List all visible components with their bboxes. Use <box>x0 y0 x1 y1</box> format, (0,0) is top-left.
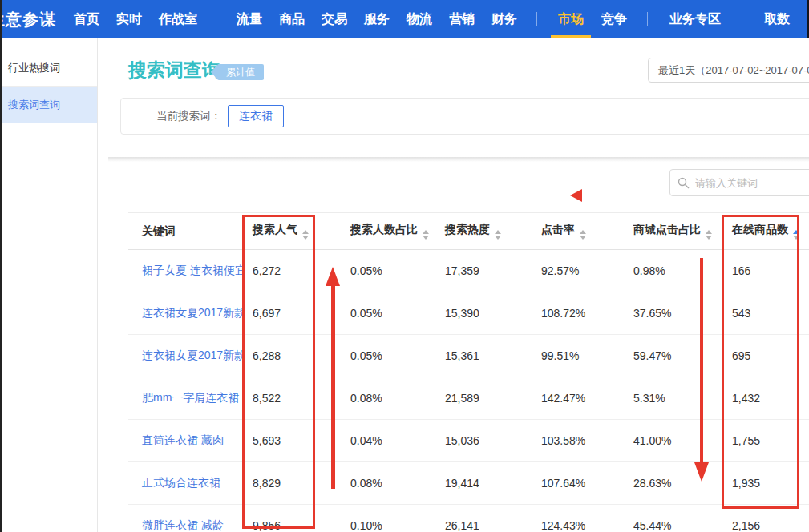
cell-search-heat: 17,359 <box>437 250 533 292</box>
badge-label: 累计值 <box>217 64 264 80</box>
table-row: 直筒连衣裙 藏肉 5,693 0.04% 15,036 103.58% 41.0… <box>128 420 809 462</box>
table-row: 正式场合连衣裙 8,829 0.08% 19,414 107.64% 28.63… <box>128 462 809 505</box>
cell-search-popularity: 9,856 <box>245 505 342 532</box>
cell-mall-click-share: 45.44% <box>625 505 724 532</box>
keyword-link[interactable]: 肥mm一字肩连衣裙 <box>142 391 239 404</box>
cell-searcher-share: 0.10% <box>342 505 437 532</box>
sort-icon-active[interactable] <box>793 230 799 240</box>
nav-item-marketing[interactable]: 营销 <box>449 11 475 28</box>
cell-click-rate: 99.51% <box>533 335 625 377</box>
cell-click-rate: 107.64% <box>533 462 625 505</box>
cell-mall-click-share: 28.63% <box>625 462 724 505</box>
cell-searcher-share: 0.05% <box>342 250 437 292</box>
nav-separator <box>536 12 537 26</box>
cell-click-rate: 103.58% <box>533 420 625 462</box>
cell-mall-click-share: 0.98% <box>625 250 724 292</box>
cell-click-rate: 108.72% <box>533 292 625 335</box>
keyword-link[interactable]: 连衣裙女夏2017新款... <box>142 349 245 361</box>
nav-item-realtime[interactable]: 实时 <box>116 11 142 28</box>
current-search-label: 当前搜索词： <box>156 109 221 123</box>
cell-click-rate: 92.57% <box>533 250 625 292</box>
col-header-online-products[interactable]: 在线商品数 <box>724 213 809 250</box>
top-nav: 生意参谋 首页 实时 作战室 流量 商品 交易 服务 物流 营销 财务 市场 竞… <box>0 0 809 38</box>
table-row: 连衣裙女夏2017新款... 6,288 0.05% 15,361 99.51%… <box>128 335 809 377</box>
nav-item-home[interactable]: 首页 <box>74 11 99 28</box>
nav-item-products[interactable]: 商品 <box>279 11 305 28</box>
cell-search-popularity: 6,272 <box>245 250 342 292</box>
keyword-search-box <box>669 169 809 196</box>
keyword-search-input[interactable] <box>695 177 799 189</box>
nav-separator <box>216 12 216 26</box>
cell-search-popularity: 5,693 <box>245 420 342 462</box>
col-header-search-heat[interactable]: 搜索热度 <box>437 213 533 250</box>
sort-icon[interactable] <box>302 230 309 240</box>
current-search-panel: 当前搜索词： 连衣裙 <box>120 98 809 135</box>
table-row: 肥mm一字肩连衣裙 8,522 0.08% 21,589 142.47% 5.3… <box>128 377 809 420</box>
search-terms-table: 关键词 搜索人气 搜索人数占比 搜索热度 点击率 商城点击占比 在线商品数 裙子… <box>128 212 809 532</box>
col-header-label: 点击率 <box>541 223 575 236</box>
sort-icon[interactable] <box>706 230 712 240</box>
col-header-keyword: 关键词 <box>128 213 245 250</box>
sidebar-item-industry-hot-words[interactable]: 行业热搜词 <box>0 50 97 87</box>
col-header-label: 商城点击占比 <box>633 223 701 236</box>
cell-click-rate: 124.43% <box>533 505 625 532</box>
nav-item-war-room[interactable]: 作战室 <box>159 11 197 28</box>
sort-icon[interactable] <box>580 230 586 240</box>
table-row: 裙子女夏 连衣裙便宜5.. 6,272 0.05% 17,359 92.57% … <box>128 250 809 292</box>
nav-item-service[interactable]: 服务 <box>364 11 390 28</box>
cell-search-heat: 15,361 <box>437 335 533 377</box>
cell-mall-click-share: 59.47% <box>625 335 724 377</box>
window-left-edge <box>0 0 2 532</box>
keyword-link[interactable]: 微胖连衣裙 减龄 <box>142 518 224 531</box>
col-header-search-popularity[interactable]: 搜索人气 <box>245 213 342 250</box>
cell-online-products: 166 <box>724 250 809 292</box>
cell-searcher-share: 0.04% <box>342 420 437 462</box>
nav-item-data-fetch[interactable]: 取数 <box>764 11 790 28</box>
keyword-link[interactable]: 连衣裙女夏2017新款... <box>142 306 245 319</box>
cell-online-products: 1,935 <box>724 462 809 505</box>
cell-online-products: 2,156 <box>724 505 809 532</box>
col-header-label: 在线商品数 <box>732 223 788 236</box>
nav-item-traffic[interactable]: 流量 <box>237 11 262 28</box>
app-logo[interactable]: 生意参谋 <box>0 9 56 30</box>
cell-search-popularity: 6,697 <box>245 292 342 335</box>
cell-mall-click-share: 41.00% <box>625 420 724 462</box>
keyword-tag[interactable]: 连衣裙 <box>228 105 284 127</box>
cell-online-products: 695 <box>724 335 809 377</box>
table-header-row: 关键词 搜索人气 搜索人数占比 搜索热度 点击率 商城点击占比 在线商品数 <box>128 213 809 250</box>
table-row: 连衣裙女夏2017新款... 6,697 0.05% 15,390 108.72… <box>128 292 809 335</box>
keyword-link[interactable]: 正式场合连衣裙 <box>142 476 220 489</box>
col-header-label: 搜索人数占比 <box>350 223 418 236</box>
cell-mall-click-share: 5.31% <box>625 377 724 420</box>
col-header-click-rate[interactable]: 点击率 <box>533 213 625 250</box>
keyword-link[interactable]: 裙子女夏 连衣裙便宜5.. <box>142 264 245 276</box>
cell-search-heat: 26,141 <box>437 505 533 532</box>
cell-online-products: 543 <box>724 292 809 335</box>
cell-searcher-share: 0.05% <box>342 335 437 377</box>
nav-item-market[interactable]: 市场 <box>558 11 584 28</box>
annotation-left-triangle-icon <box>570 189 582 202</box>
col-header-searcher-share[interactable]: 搜索人数占比 <box>342 213 437 250</box>
nav-separator <box>742 12 742 26</box>
nav-item-business-zone[interactable]: 业务专区 <box>669 11 721 28</box>
date-range-selector[interactable]: 最近1天（2017-07-02~2017-07-02） <box>648 58 809 83</box>
nav-item-finance[interactable]: 财务 <box>491 11 517 28</box>
cell-searcher-share: 0.08% <box>342 377 437 420</box>
sort-icon[interactable] <box>495 230 501 240</box>
cell-click-rate: 142.47% <box>533 377 625 420</box>
cell-online-products: 1,755 <box>724 420 809 462</box>
nav-item-logistics[interactable]: 物流 <box>407 11 432 28</box>
sidebar-item-search-term-query[interactable]: 搜索词查询 <box>0 87 97 123</box>
sidebar: 行业热搜词 搜索词查询 <box>0 38 98 532</box>
nav-item-competition[interactable]: 竞争 <box>601 11 627 28</box>
date-range-text: 最近1天（2017-07-02~2017-07-02） <box>658 64 809 76</box>
sort-icon[interactable] <box>423 230 429 240</box>
search-icon <box>678 177 690 189</box>
badge-arrow-icon <box>211 65 217 79</box>
keyword-link[interactable]: 直筒连衣裙 藏肉 <box>142 433 224 446</box>
cell-search-heat: 15,390 <box>437 292 533 335</box>
cell-search-heat: 21,589 <box>437 377 533 420</box>
nav-item-transactions[interactable]: 交易 <box>322 11 347 28</box>
col-header-mall-click-share[interactable]: 商城点击占比 <box>625 213 724 250</box>
cell-search-popularity: 8,829 <box>245 462 342 505</box>
